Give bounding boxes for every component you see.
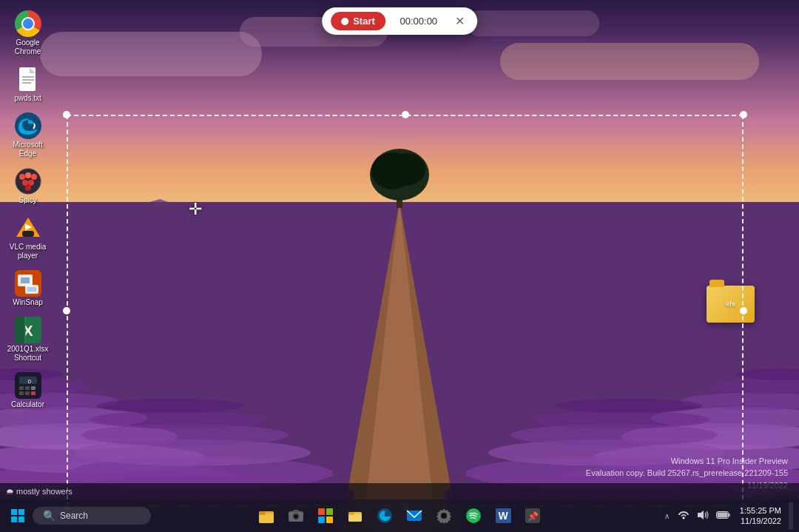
svg-rect-53 xyxy=(27,287,36,292)
svg-rect-81 xyxy=(326,516,333,523)
svg-rect-51 xyxy=(21,277,30,283)
cloud-4 xyxy=(466,10,599,36)
folder-tab xyxy=(709,280,724,287)
winsnap-label: WinSnap xyxy=(13,298,43,307)
taskbar-app-ms-store[interactable] xyxy=(312,502,339,529)
svg-point-44 xyxy=(28,180,34,186)
clock-time: 1:55:25 PM xyxy=(740,505,781,516)
search-box[interactable]: 🔍 Search xyxy=(33,507,151,525)
calc-icon: 0 xyxy=(15,372,41,399)
svg-rect-62 xyxy=(25,386,30,390)
svg-rect-77 xyxy=(293,510,299,513)
svg-rect-65 xyxy=(25,391,30,395)
winsnap-icon xyxy=(15,270,41,297)
system-clock[interactable]: 1:55:25 PM 11/19/2022 xyxy=(737,504,784,528)
svg-point-42 xyxy=(31,174,37,180)
desktop-icon-calculator[interactable]: 0 Calculator xyxy=(2,369,54,412)
taskbar: 🔍 Search xyxy=(0,499,799,532)
cloud-1 xyxy=(40,32,262,76)
taskbar-app-unknown[interactable]: 📌 xyxy=(519,502,546,529)
svg-rect-79 xyxy=(326,508,333,515)
svg-rect-69 xyxy=(11,516,17,522)
folder-popup[interactable]: efs xyxy=(707,286,755,323)
svg-rect-61 xyxy=(19,386,24,390)
tray-overflow-button[interactable]: ∧ xyxy=(662,510,672,522)
svg-rect-78 xyxy=(318,508,325,515)
desktop-icon-microsoft-edge[interactable]: Microsoft Edge xyxy=(2,110,54,161)
desktop: efs ✛ Google Chrome xyxy=(0,0,799,532)
folder-label: efs xyxy=(726,300,735,308)
desktop-icon-spicy[interactable]: Spicy xyxy=(2,165,54,208)
svg-point-45 xyxy=(25,185,31,191)
desktop-icon-vlc[interactable]: ▶ VLC media player xyxy=(2,212,54,263)
weather-bar: 🌧 mostly showers xyxy=(0,483,799,499)
tray-network-icon[interactable] xyxy=(676,508,691,525)
svg-text:📌: 📌 xyxy=(527,511,539,522)
taskbar-app-camera[interactable] xyxy=(283,502,309,529)
svg-rect-73 xyxy=(259,511,266,515)
taskbar-app-spotify[interactable] xyxy=(460,502,487,529)
desktop-icon-excel[interactable]: X 2001Q1.xlsx Shortcut xyxy=(2,314,54,366)
svg-point-21 xyxy=(89,411,266,429)
desktop-icon-google-chrome[interactable]: Google Chrome xyxy=(2,7,54,59)
svg-rect-96 xyxy=(717,512,727,517)
svg-point-32 xyxy=(388,153,425,186)
taskbar-app-word[interactable]: W xyxy=(490,502,516,529)
svg-rect-63 xyxy=(31,386,36,390)
taskbar-app-settings[interactable] xyxy=(431,502,457,529)
svg-rect-97 xyxy=(729,514,730,516)
desktop-icon-winsnap[interactable]: WinSnap xyxy=(2,267,54,310)
tree-svg xyxy=(366,149,433,208)
taskbar-app-edge[interactable] xyxy=(371,502,398,529)
search-placeholder: Search xyxy=(60,511,88,521)
svg-point-41 xyxy=(25,172,31,178)
recording-toolbar: Start 00:00:00 ✕ xyxy=(322,7,477,35)
svg-point-76 xyxy=(294,515,298,519)
svg-rect-70 xyxy=(18,516,24,522)
svg-rect-83 xyxy=(348,514,362,522)
tree: efs xyxy=(366,149,433,211)
tray-battery-icon[interactable] xyxy=(715,508,732,524)
excel-icon: X xyxy=(15,317,41,343)
taskbar-pinned-apps: W 📌 xyxy=(253,502,546,529)
svg-point-28 xyxy=(555,399,703,414)
tray-volume-icon[interactable] xyxy=(695,508,710,525)
svg-rect-64 xyxy=(19,391,24,395)
spicy-label: Spicy xyxy=(18,196,36,205)
svg-rect-84 xyxy=(348,512,354,515)
taskbar-app-file-explorer[interactable] xyxy=(253,502,280,529)
taskbar-right: ∧ xyxy=(662,502,799,529)
calc-label: Calculator xyxy=(11,400,44,409)
svg-marker-94 xyxy=(698,511,704,519)
desktop-icon-pwds-txt[interactable]: pwds.txt xyxy=(2,63,54,106)
start-button[interactable] xyxy=(6,504,30,528)
svg-point-43 xyxy=(22,180,28,186)
edge-icon xyxy=(15,112,41,139)
edge-label: Microsoft Edge xyxy=(5,141,51,158)
spice-icon xyxy=(15,168,41,195)
move-cursor-indicator: ✛ xyxy=(189,200,202,219)
cloud-3 xyxy=(500,43,759,80)
clock-date: 11/19/2022 xyxy=(740,516,781,526)
svg-point-27 xyxy=(533,411,710,429)
chrome-label: Google Chrome xyxy=(5,38,51,56)
svg-text:W: W xyxy=(498,510,508,522)
svg-rect-66 xyxy=(31,391,36,395)
file-icon xyxy=(15,66,41,92)
close-recording-button[interactable]: ✕ xyxy=(452,13,468,30)
taskbar-left: 🔍 Search xyxy=(0,504,151,528)
taskbar-app-mail[interactable] xyxy=(401,502,428,529)
show-desktop-button[interactable] xyxy=(789,502,793,529)
svg-rect-68 xyxy=(18,509,24,515)
vlc-icon: ▶ xyxy=(15,215,41,241)
svg-rect-80 xyxy=(318,516,325,523)
taskbar-app-folder[interactable] xyxy=(342,502,368,529)
weather-text: 🌧 mostly showers xyxy=(6,487,73,496)
svg-rect-56 xyxy=(15,317,25,343)
search-icon: 🔍 xyxy=(43,510,55,522)
start-recording-button[interactable]: Start xyxy=(331,12,385,30)
watermark-line1: Windows 11 Pro Insider Preview xyxy=(586,455,788,468)
svg-point-40 xyxy=(19,174,25,180)
svg-rect-67 xyxy=(11,509,17,515)
svg-point-87 xyxy=(441,513,447,519)
